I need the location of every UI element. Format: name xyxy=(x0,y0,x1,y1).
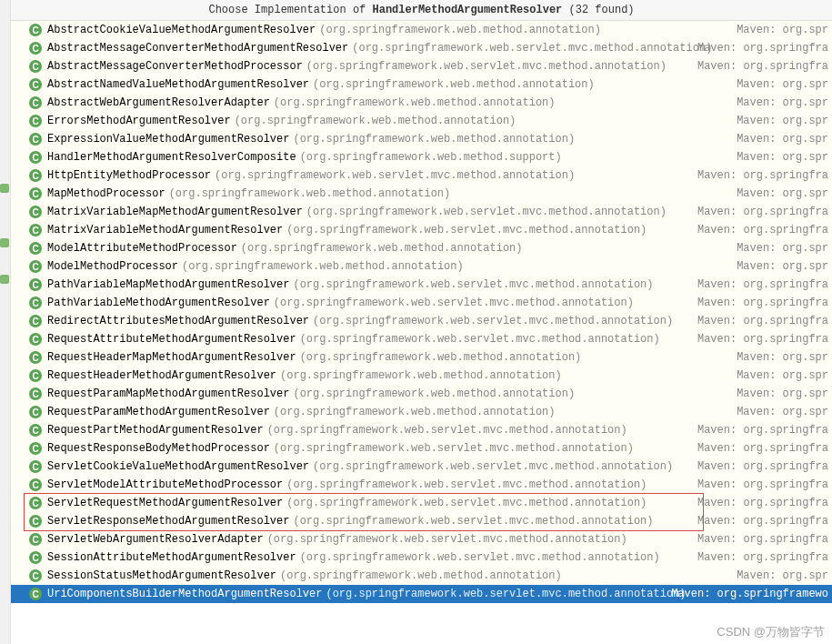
package-name: (org.springframework.web.method.annotati… xyxy=(313,78,595,91)
list-item[interactable]: CHttpEntityMethodProcessor (org.springfr… xyxy=(11,166,832,185)
list-item[interactable]: CRequestPartMethodArgumentResolver (org.… xyxy=(11,421,832,439)
class-icon: C xyxy=(29,478,42,491)
source-label: Maven: org.springfra xyxy=(697,224,828,236)
class-icon: C xyxy=(29,406,42,418)
class-icon: C xyxy=(29,369,42,382)
list-item[interactable]: CMapMethodProcessor (org.springframework… xyxy=(11,185,832,203)
source-label: Maven: org.springfra xyxy=(697,424,828,437)
list-item[interactable]: CHandlerMethodArgumentResolverComposite … xyxy=(11,148,832,166)
list-item[interactable]: CRequestResponseBodyMethodProcessor (org… xyxy=(11,439,832,458)
package-name: (org.springframework.web.method.annotati… xyxy=(182,260,464,273)
list-item[interactable]: CAbstractMessageConverterMethodProcessor… xyxy=(11,57,832,75)
class-icon: C xyxy=(29,297,42,309)
list-item[interactable]: CModelAttributeMethodProcessor (org.spri… xyxy=(11,239,832,257)
class-icon: C xyxy=(29,424,42,437)
class-name: RequestParamMapMethodArgumentResolver xyxy=(47,387,289,400)
source-label: Maven: org.spr xyxy=(737,133,828,146)
class-name: RequestHeaderMapMethodArgumentResolver xyxy=(47,351,296,364)
list-item[interactable]: CServletRequestMethodArgumentResolver (o… xyxy=(11,494,832,512)
class-icon: C xyxy=(29,78,42,91)
list-item[interactable]: CModelMethodProcessor (org.springframewo… xyxy=(11,257,832,276)
class-icon: C xyxy=(29,333,42,346)
class-name: MatrixVariableMethodArgumentResolver xyxy=(47,224,283,236)
class-icon: C xyxy=(29,497,42,509)
list-item[interactable]: CPathVariableMethodArgumentResolver (org… xyxy=(11,294,832,312)
implementation-list[interactable]: CAbstractCookieValueMethodArgumentResolv… xyxy=(11,21,832,603)
source-label: Maven: org.spr xyxy=(737,351,828,364)
source-label: Maven: org.springfra xyxy=(697,515,828,528)
class-icon: C xyxy=(29,315,42,327)
editor-gutter xyxy=(0,0,11,644)
class-icon: C xyxy=(29,569,42,582)
package-name: (org.springframework.web.method.annotati… xyxy=(300,351,582,364)
class-name: RequestAttributeMethodArgumentResolver xyxy=(47,333,296,346)
class-name: ServletModelAttributeMethodProcessor xyxy=(47,478,283,491)
class-name: ModelAttributeMethodProcessor xyxy=(47,242,237,255)
class-icon: C xyxy=(29,60,42,73)
list-item[interactable]: CSessionStatusMethodArgumentResolver (or… xyxy=(11,567,832,585)
source-label: Maven: org.springframewo xyxy=(671,588,828,600)
class-icon: C xyxy=(29,224,42,236)
list-item[interactable]: CErrorsMethodArgumentResolver (org.sprin… xyxy=(11,112,832,130)
class-name: ErrorsMethodArgumentResolver xyxy=(47,115,231,127)
class-name: MatrixVariableMapMethodArgumentResolver xyxy=(47,206,303,218)
list-item[interactable]: CAbstractWebArgumentResolverAdapter (org… xyxy=(11,94,832,112)
list-item[interactable]: CExpressionValueMethodArgumentResolver (… xyxy=(11,130,832,148)
source-label: Maven: org.spr xyxy=(737,569,828,582)
list-item[interactable]: CMatrixVariableMapMethodArgumentResolver… xyxy=(11,203,832,221)
gutter-mark-icon xyxy=(0,184,9,193)
list-item[interactable]: CServletWebArgumentResolverAdapter (org.… xyxy=(11,530,832,548)
source-label: Maven: org.spr xyxy=(737,187,828,200)
package-name: (org.springframework.web.servlet.mvc.met… xyxy=(274,297,634,309)
list-item[interactable]: CRequestParamMapMethodArgumentResolver (… xyxy=(11,385,832,403)
list-item[interactable]: CUriComponentsBuilderMethodArgumentResol… xyxy=(11,585,832,603)
watermark-text: CSDN @万物皆字节 xyxy=(717,624,825,640)
list-item[interactable]: CRequestAttributeMethodArgumentResolver … xyxy=(11,330,832,348)
list-item[interactable]: CAbstractMessageConverterMethodArgumentR… xyxy=(11,39,832,57)
class-name: RequestPartMethodArgumentResolver xyxy=(47,424,264,437)
source-label: Maven: org.spr xyxy=(737,387,828,400)
package-name: (org.springframework.web.method.annotati… xyxy=(274,96,556,109)
list-item[interactable]: CServletModelAttributeMethodProcessor (o… xyxy=(11,476,832,494)
source-label: Maven: org.spr xyxy=(737,151,828,164)
list-item[interactable]: CRequestParamMethodArgumentResolver (org… xyxy=(11,403,832,421)
list-item[interactable]: CAbstractCookieValueMethodArgumentResolv… xyxy=(11,21,832,39)
source-label: Maven: org.springfra xyxy=(697,497,828,509)
class-icon: C xyxy=(29,96,42,109)
class-name: HandlerMethodArgumentResolverComposite xyxy=(47,151,296,164)
package-name: (org.springframework.web.servlet.mvc.met… xyxy=(267,533,627,546)
class-name: AbstractWebArgumentResolverAdapter xyxy=(47,96,270,109)
list-item[interactable]: CMatrixVariableMethodArgumentResolver (o… xyxy=(11,221,832,239)
package-name: (org.springframework.web.servlet.mvc.met… xyxy=(352,42,712,55)
list-item[interactable]: CRequestHeaderMapMethodArgumentResolver … xyxy=(11,348,832,367)
list-item[interactable]: CServletResponseMethodArgumentResolver (… xyxy=(11,512,832,530)
package-name: (org.springframework.web.servlet.mvc.met… xyxy=(300,551,660,564)
package-name: (org.springframework.web.method.annotati… xyxy=(241,242,523,255)
package-name: (org.springframework.web.servlet.mvc.met… xyxy=(300,333,660,346)
package-name: (org.springframework.web.method.annotati… xyxy=(293,133,575,146)
source-label: Maven: org.spr xyxy=(737,369,828,382)
list-item[interactable]: CSessionAttributeMethodArgumentResolver … xyxy=(11,548,832,567)
class-name: MapMethodProcessor xyxy=(47,187,165,200)
source-label: Maven: org.spr xyxy=(737,115,828,127)
class-name: SessionAttributeMethodArgumentResolver xyxy=(47,551,296,564)
list-item[interactable]: CRequestHeaderMethodArgumentResolver (or… xyxy=(11,367,832,385)
source-label: Maven: org.springfra xyxy=(697,442,828,455)
header-suffix: (32 found) xyxy=(562,4,634,16)
class-icon: C xyxy=(29,515,42,528)
class-icon: C xyxy=(29,533,42,546)
class-name: SessionStatusMethodArgumentResolver xyxy=(47,569,276,582)
list-item[interactable]: CAbstractNamedValueMethodArgumentResolve… xyxy=(11,75,832,94)
source-label: Maven: org.springfra xyxy=(697,551,828,564)
class-icon: C xyxy=(29,588,42,600)
package-name: (org.springframework.web.servlet.mvc.met… xyxy=(293,278,653,291)
package-name: (org.springframework.web.servlet.mvc.met… xyxy=(326,588,686,600)
list-item[interactable]: CPathVariableMapMethodArgumentResolver (… xyxy=(11,276,832,294)
class-name: ServletCookieValueMethodArgumentResolver xyxy=(47,460,309,473)
list-item[interactable]: CRedirectAttributesMethodArgumentResolve… xyxy=(11,312,832,330)
source-label: Maven: org.spr xyxy=(737,78,828,91)
list-item[interactable]: CServletCookieValueMethodArgumentResolve… xyxy=(11,458,832,476)
class-name: RedirectAttributesMethodArgumentResolver xyxy=(47,315,309,327)
class-icon: C xyxy=(29,460,42,473)
class-name: RequestResponseBodyMethodProcessor xyxy=(47,442,270,455)
